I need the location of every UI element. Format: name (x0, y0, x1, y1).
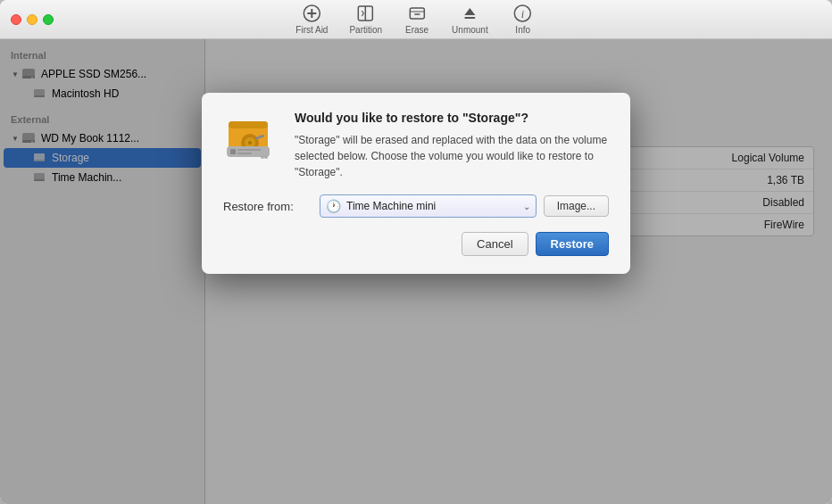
close-button[interactable] (11, 14, 21, 25)
unmount-icon (460, 4, 479, 23)
svg-point-34 (264, 155, 268, 159)
restore-from-label: Restore from: (223, 200, 312, 213)
maximize-button[interactable] (43, 14, 54, 25)
modal-title: Would you like to restore to "Storage"? (295, 111, 609, 125)
svg-rect-5 (410, 8, 424, 19)
unmount-button[interactable]: Unmount (443, 0, 497, 38)
svg-marker-8 (464, 8, 475, 15)
minimize-button[interactable] (27, 14, 37, 25)
toolbar: First Aid Partition (287, 0, 545, 38)
select-arrow-icon: ⌄ (523, 202, 530, 211)
svg-rect-33 (237, 153, 252, 154)
first-aid-button[interactable]: First Aid (287, 0, 337, 38)
modal-buttons: Cancel Restore (223, 232, 609, 256)
erase-button[interactable]: Erase (395, 0, 439, 38)
svg-rect-32 (237, 149, 261, 151)
hdd-icon (223, 111, 280, 168)
partition-label: Partition (349, 25, 382, 35)
restore-modal: Would you like to restore to "Storage"? … (202, 93, 630, 274)
partition-icon (356, 4, 376, 23)
info-icon: i (513, 4, 533, 23)
svg-point-28 (248, 141, 252, 145)
restore-from-select[interactable]: 🕐 Time Machine mini ⌄ (320, 194, 537, 218)
cancel-button[interactable]: Cancel (462, 232, 528, 256)
svg-rect-25 (229, 121, 268, 128)
restore-button[interactable]: Restore (536, 232, 609, 256)
svg-rect-9 (464, 17, 475, 19)
modal-header: Would you like to restore to "Storage"? … (223, 111, 609, 180)
title-bar: First Aid Partition (0, 0, 832, 39)
svg-rect-31 (230, 149, 236, 154)
info-label: Info (515, 25, 530, 35)
info-button[interactable]: i Info (501, 0, 545, 38)
svg-point-35 (261, 155, 264, 159)
svg-text:i: i (521, 8, 524, 21)
first-aid-icon (302, 4, 321, 23)
traffic-lights (0, 14, 54, 25)
erase-label: Erase (405, 25, 428, 35)
partition-button[interactable]: Partition (340, 0, 391, 38)
restore-from-row: Restore from: 🕐 Time Machine mini ⌄ Imag… (223, 194, 609, 218)
modal-overlay: Would you like to restore to "Storage"? … (0, 39, 832, 504)
restore-source-text: Time Machine mini (346, 200, 523, 212)
modal-text-block: Would you like to restore to "Storage"? … (295, 111, 609, 180)
image-button[interactable]: Image... (544, 195, 609, 217)
first-aid-label: First Aid (295, 25, 328, 35)
unmount-label: Unmount (452, 25, 488, 35)
erase-icon (407, 4, 427, 23)
modal-description: "Storage" will be erased and replaced wi… (295, 132, 609, 180)
